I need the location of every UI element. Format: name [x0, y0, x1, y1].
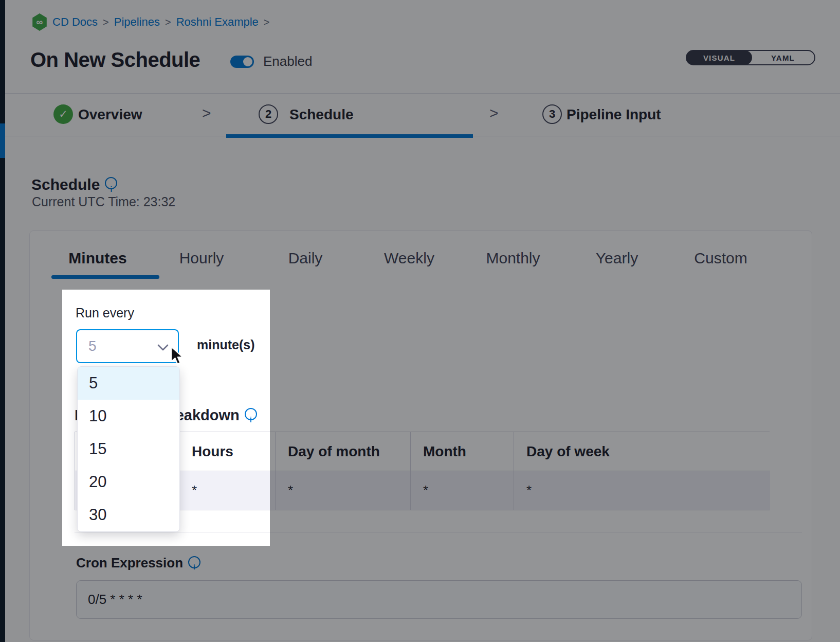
- section-divider: [75, 532, 802, 532]
- cd-module-icon: [32, 13, 47, 31]
- toggle-knob: [243, 57, 252, 66]
- tab-yearly[interactable]: Yearly: [565, 249, 669, 268]
- cron-expression-text: Cron Expression: [76, 555, 183, 571]
- column-header-month: Month: [411, 432, 514, 471]
- yaml-mode-button[interactable]: YAML: [752, 51, 814, 64]
- tab-custom[interactable]: Custom: [669, 249, 773, 268]
- tab-hourly[interactable]: Hourly: [150, 249, 253, 268]
- left-nav-active-indicator: [0, 123, 5, 158]
- column-header-hours: Hours: [179, 432, 276, 471]
- info-icon[interactable]: [105, 177, 117, 189]
- column-header-day-of-week: Day of week: [514, 432, 770, 471]
- header-divider: [5, 93, 840, 94]
- schedule-section-heading: Schedule: [31, 176, 117, 193]
- cron-expression-value: 0/5 * * * *: [88, 581, 142, 618]
- chevron-down-icon: [157, 344, 169, 353]
- menu-option-15[interactable]: 15: [78, 433, 179, 466]
- menu-option-10[interactable]: 10: [78, 400, 179, 433]
- enabled-toggle[interactable]: [230, 56, 254, 68]
- page-title: On New Schedule: [30, 48, 200, 72]
- active-step-indicator: [226, 134, 473, 138]
- run-every-select[interactable]: 5: [76, 329, 179, 363]
- schedule-type-tabs: Minutes Hourly Daily Weekly Monthly Year…: [46, 249, 773, 268]
- step-pipeline-input[interactable]: Pipeline Input: [567, 106, 661, 123]
- run-every-dropdown-menu: 5 10 15 20 30: [77, 366, 180, 532]
- menu-option-5[interactable]: 5: [78, 367, 179, 400]
- step-overview-check-icon: ✓: [53, 104, 73, 124]
- chevron-right-icon: >: [489, 104, 499, 122]
- run-every-unit: minute(s): [197, 337, 255, 352]
- step-overview[interactable]: Overview: [78, 106, 142, 123]
- step-schedule-number: 2: [259, 104, 278, 124]
- breadcrumb-link-pipelines[interactable]: Pipelines: [114, 15, 160, 29]
- tab-daily[interactable]: Daily: [253, 249, 357, 268]
- cron-expression-input[interactable]: 0/5 * * * *: [76, 580, 802, 619]
- breadcrumb-separator: >: [264, 16, 270, 28]
- column-header-day-of-month: Day of month: [276, 432, 411, 471]
- info-icon[interactable]: [245, 408, 257, 420]
- cell-day-of-week: *: [514, 471, 770, 510]
- breadcrumb-separator: >: [103, 16, 109, 28]
- view-mode-toggle: VISUAL YAML: [686, 50, 815, 65]
- cron-expression-label: Cron Expression: [76, 555, 200, 571]
- breadcrumb-separator: >: [165, 16, 171, 28]
- breadcrumb-link-cd-docs[interactable]: CD Docs: [52, 15, 98, 29]
- chevron-right-icon: >: [202, 104, 211, 122]
- run-every-value: 5: [88, 330, 97, 362]
- mouse-cursor-icon: [170, 346, 185, 368]
- tab-minutes[interactable]: Minutes: [46, 249, 150, 268]
- cell-month: *: [411, 471, 514, 510]
- enabled-label: Enabled: [263, 53, 312, 69]
- menu-option-30[interactable]: 30: [78, 498, 179, 531]
- visual-mode-button[interactable]: VISUAL: [686, 50, 752, 65]
- step-schedule[interactable]: Schedule: [289, 106, 353, 123]
- menu-option-20[interactable]: 20: [78, 466, 179, 498]
- schedule-trigger-page: CD Docs > Pipelines > Roshni Example > O…: [0, 0, 840, 642]
- run-every-label: Run every: [76, 306, 134, 320]
- tab-monthly[interactable]: Monthly: [461, 249, 565, 268]
- breadcrumb-link-pipeline-name[interactable]: Roshni Example: [176, 15, 259, 29]
- current-utc-time: Current UTC Time: 23:32: [32, 194, 175, 209]
- breadcrumb: CD Docs > Pipelines > Roshni Example >: [32, 13, 270, 31]
- step-pipeline-input-number: 3: [542, 104, 562, 124]
- tab-weekly[interactable]: Weekly: [357, 249, 461, 268]
- cell-hours: *: [179, 471, 276, 510]
- active-tab-indicator: [51, 275, 159, 279]
- left-nav-strip: [0, 0, 5, 642]
- info-icon[interactable]: [188, 556, 200, 568]
- schedule-heading-text: Schedule: [31, 176, 100, 193]
- cell-day-of-month: *: [276, 471, 411, 510]
